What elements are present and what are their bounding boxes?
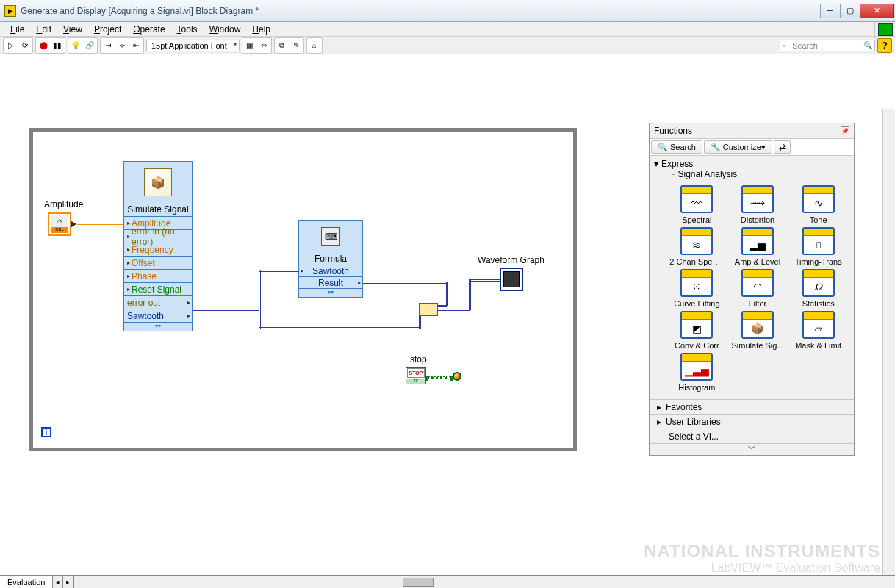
- sim-row-sawtooth[interactable]: Sawtooth: [124, 309, 192, 322]
- step-over-button[interactable]: ⤼: [115, 39, 129, 52]
- vi-icon[interactable]: [874, 21, 895, 38]
- distribute-button[interactable]: ⇔: [257, 39, 270, 52]
- palette-title-text: Functions: [654, 126, 692, 136]
- palette-item-2chan-spectral[interactable]: ≋: [680, 227, 713, 255]
- palette-more-handle[interactable]: ︾: [650, 443, 854, 455]
- amplitude-control[interactable]: ◔ DBL: [48, 212, 71, 236]
- palette-item-simulate-sig[interactable]: 📦: [741, 311, 774, 339]
- waveform-graph-indicator[interactable]: [500, 268, 523, 291]
- menu-file[interactable]: File: [4, 23, 30, 36]
- palette-item-amp-level[interactable]: ▂▅: [741, 227, 774, 255]
- palette-item-filter[interactable]: ◠: [741, 269, 774, 297]
- block-diagram-canvas[interactable]: Amplitude ◔ DBL 📦 Simulate Signal Amplit…: [0, 54, 895, 588]
- palette-item-mask-limit[interactable]: ▱: [802, 311, 835, 339]
- window-title: Generate and Display [Acquiring a Signal…: [21, 6, 821, 16]
- sim-row-frequency[interactable]: Frequency: [124, 243, 192, 256]
- sim-row-phase[interactable]: Phase: [124, 269, 192, 282]
- palette-customize-button[interactable]: 🔧Customize▾: [704, 140, 772, 154]
- sim-row-errorout[interactable]: error out: [124, 295, 192, 309]
- sim-row-errorin[interactable]: error in (no error): [124, 229, 192, 243]
- tab-scroll-right[interactable]: ▸: [63, 576, 73, 588]
- watermark: NATIONAL INSTRUMENTS LabVIEW™ Evaluation…: [644, 541, 880, 575]
- highlight-exec-button[interactable]: 💡: [69, 39, 82, 52]
- palette-item-conv-corr[interactable]: ◩: [680, 311, 713, 339]
- palette-section-user-libraries[interactable]: ▸User Libraries: [650, 414, 854, 429]
- simulate-signal-icon: 📦: [124, 162, 192, 203]
- reorder-button[interactable]: ⧉: [276, 39, 289, 52]
- menu-edit[interactable]: Edit: [30, 23, 57, 36]
- cleanup-button[interactable]: ✎: [290, 39, 303, 52]
- palette-title[interactable]: Functions 📌: [650, 123, 854, 138]
- abort-button[interactable]: ⬤: [37, 39, 50, 52]
- palette-item-histogram[interactable]: ▁▃▅: [680, 353, 713, 381]
- formula-icon: ⌨: [299, 220, 362, 253]
- wire-result-h1[interactable]: [363, 282, 448, 284]
- sim-resize-handle[interactable]: ▾▾: [124, 322, 192, 331]
- loop-condition-terminal[interactable]: [453, 372, 461, 381]
- wire-result-v1[interactable]: [446, 282, 448, 306]
- close-button[interactable]: ✕: [860, 4, 894, 18]
- palette-item-curve-fitting[interactable]: ⁙: [680, 269, 713, 297]
- wire-stop[interactable]: [426, 376, 453, 379]
- palette-item-spectral[interactable]: 〰: [680, 185, 713, 213]
- palette-item-timing-trans[interactable]: ⎍: [802, 227, 835, 255]
- context-help-button[interactable]: ?: [877, 38, 892, 53]
- palette-pin-icon[interactable]: 📌: [841, 126, 849, 135]
- expand-icon: ▸: [657, 417, 661, 427]
- palette-view-button[interactable]: ⇄: [774, 140, 791, 154]
- stop-control[interactable]: STOP TF: [406, 367, 426, 384]
- step-out-button[interactable]: ⇤: [129, 39, 143, 52]
- menu-tools[interactable]: Tools: [171, 23, 204, 36]
- cleanup-diagram-button[interactable]: ⌂: [308, 39, 321, 52]
- minimize-button[interactable]: ─: [820, 4, 841, 18]
- waveform-graph-icon: [503, 271, 520, 287]
- wire-sawtooth-h2[interactable]: [259, 270, 299, 272]
- iteration-terminal[interactable]: i: [41, 427, 51, 437]
- horizontal-scrollbar[interactable]: [73, 576, 895, 588]
- palette-select-vi[interactable]: Select a VI...: [650, 429, 854, 443]
- formula-resize-handle[interactable]: ▾▾: [299, 288, 362, 297]
- font-selector[interactable]: 15pt Application Font: [146, 40, 240, 51]
- formula-output[interactable]: Result: [299, 276, 362, 288]
- wire-sawtooth-h3[interactable]: [259, 327, 420, 329]
- menu-window[interactable]: Window: [204, 23, 247, 36]
- palette-item-statistics[interactable]: 𝛺: [802, 269, 835, 297]
- simulate-signal-node[interactable]: 📦 Simulate Signal Amplitude error in (no…: [123, 161, 193, 331]
- palette-category-express[interactable]: ▾Express: [654, 159, 852, 169]
- wire-graph-h1[interactable]: [438, 309, 470, 311]
- sim-row-offset[interactable]: Offset: [124, 256, 192, 269]
- sim-row-reset[interactable]: Reset Signal: [124, 282, 192, 295]
- menu-project[interactable]: Project: [88, 23, 127, 36]
- search-input[interactable]: Search: [780, 40, 875, 51]
- run-button[interactable]: ▷: [4, 39, 18, 52]
- titlebar: ▶ Generate and Display [Acquiring a Sign…: [0, 0, 895, 22]
- pause-button[interactable]: ▮▮: [51, 39, 64, 52]
- wire-graph-h2[interactable]: [469, 279, 500, 282]
- palette-search-button[interactable]: 🔍Search: [651, 140, 702, 154]
- tab-evaluation[interactable]: Evaluation: [0, 576, 53, 588]
- vertical-scrollbar[interactable]: [882, 109, 895, 578]
- formula-node[interactable]: ⌨ Formula Sawtooth Result ▾▾: [298, 220, 363, 298]
- menu-help[interactable]: Help: [246, 23, 276, 36]
- maximize-button[interactable]: ▢: [840, 4, 860, 18]
- palette-section-favorites[interactable]: ▸Favorites: [650, 399, 854, 414]
- step-into-button[interactable]: ⇥: [101, 39, 115, 52]
- merge-signals-node[interactable]: [419, 303, 438, 316]
- wire-amplitude[interactable]: [77, 224, 123, 225]
- align-button[interactable]: ▦: [243, 39, 256, 52]
- palette-item-tone[interactable]: ∿: [802, 185, 835, 213]
- retain-wires-button[interactable]: 🔗: [83, 39, 96, 52]
- menu-view[interactable]: View: [57, 23, 88, 36]
- menu-operate[interactable]: Operate: [127, 23, 170, 36]
- formula-input[interactable]: Sawtooth: [299, 265, 362, 276]
- palette-subcategory-signal-analysis[interactable]: └Signal Analysis: [654, 169, 852, 179]
- functions-palette[interactable]: Functions 📌 🔍Search 🔧Customize▾ ⇄ ▾Expre…: [649, 123, 855, 456]
- tab-scroll-left[interactable]: ◂: [53, 576, 63, 588]
- wire-sawtooth-v1[interactable]: [259, 270, 261, 329]
- palette-item-distortion[interactable]: ⟿: [741, 185, 774, 213]
- amplitude-label: Amplitude: [44, 199, 83, 209]
- wire-result-h2[interactable]: [436, 305, 448, 307]
- wire-graph-v1[interactable]: [469, 279, 471, 310]
- run-continuous-button[interactable]: ⟳: [18, 39, 32, 52]
- wire-sawtooth-h1[interactable]: [193, 309, 259, 311]
